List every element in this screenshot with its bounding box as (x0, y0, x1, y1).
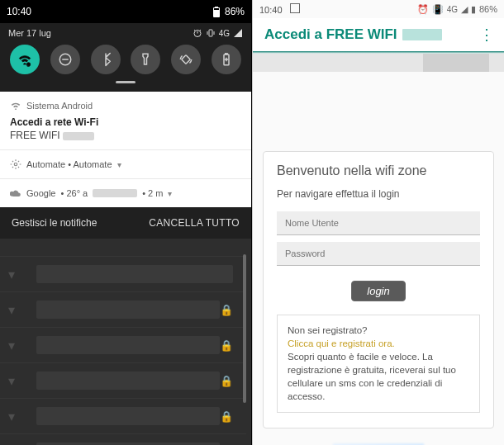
qs-tile-battery-saver[interactable] (212, 45, 241, 74)
username-field[interactable] (277, 211, 480, 235)
qs-tile-autorotate[interactable] (171, 45, 201, 74)
svg-rect-14 (182, 55, 191, 64)
battery-icon: ▮ (471, 4, 476, 15)
qs-expand-handle[interactable] (116, 81, 136, 83)
login-card: Benvenuto nella wifi zone Per navigare e… (263, 151, 494, 428)
appbar-title-text: Accedi a FREE WIFI (264, 26, 397, 43)
qs-tile-wifi[interactable]: x (10, 45, 40, 74)
lock-icon: 🔒 (220, 410, 233, 423)
wifi-icon: ▾ (8, 302, 25, 318)
redacted (93, 189, 137, 197)
card-subtitle: Per navigare effettua il login (277, 188, 480, 200)
clock: 10:40 (259, 5, 283, 15)
login-button[interactable]: login (351, 281, 405, 301)
clear-all-button[interactable]: CANCELLA TUTTO (149, 217, 240, 229)
battery-percent: 86% (479, 4, 497, 14)
svg-text:x: x (27, 64, 29, 67)
status-icons: 86% (213, 6, 245, 17)
svg-point-19 (14, 163, 17, 166)
signal-icon (233, 28, 243, 38)
redacted (402, 29, 442, 40)
wifi-name-placeholder (36, 407, 220, 425)
wifi-icon: ▾ (8, 338, 25, 353)
svg-rect-1 (215, 7, 218, 8)
wifi-icon: ▾ (8, 373, 25, 389)
captive-portal-page: Benvenuto nella wifi zone Per navigare e… (253, 72, 504, 445)
page-banner (253, 54, 504, 72)
svg-rect-16 (225, 54, 227, 55)
battery-percent: 86% (225, 6, 245, 17)
wifi-row[interactable]: ▾ (0, 256, 246, 291)
redacted (423, 54, 489, 72)
signal-icon: ◢ (461, 4, 468, 15)
register-question: Non sei registrato? (288, 324, 469, 337)
qs-tile-row: x (8, 45, 243, 74)
alarm-icon: ⏰ (417, 4, 429, 15)
notification-automate[interactable]: Automate • Automate ▾ (0, 149, 251, 178)
chevron-down-icon[interactable]: ▾ (117, 160, 121, 169)
wifi-name-placeholder (36, 372, 220, 390)
battery-icon (213, 7, 220, 17)
screenshot-icon (290, 3, 300, 13)
vibrate-icon (206, 28, 216, 38)
wifi-row[interactable]: ▾ 🔒 (0, 291, 246, 327)
vibrate-icon: 📳 (432, 4, 444, 15)
register-box: Non sei registrato? Clicca qui e registr… (277, 315, 480, 413)
wifi-icon: ▾ (8, 267, 25, 282)
wifi-row[interactable]: ▾ 🔒 (0, 362, 246, 398)
notification-google-weather[interactable]: Google • 26° a • 2 m ▾ (0, 178, 251, 207)
wifi-row[interactable]: ▾ 🔒 (0, 398, 246, 433)
notif-title: Accedi a rete Wi-Fi (10, 116, 241, 128)
quick-settings-panel: Mer 17 lug 4G x (0, 23, 251, 92)
cloud-icon (10, 187, 21, 199)
status-bar: 10:40 ⏰ 📳 4G ◢ ▮ 86% (253, 0, 504, 18)
app-bar: Accedi a FREE WIFI ⋮ (253, 18, 504, 51)
notif-subtitle-text: FREE WIFI (10, 130, 60, 141)
clock: 10:40 (7, 6, 31, 17)
google-prefix: Google (26, 188, 55, 198)
notif-app-name: Sistema Android (26, 101, 93, 111)
network-label: 4G (219, 29, 230, 38)
dnd-icon (58, 52, 73, 67)
wifi-name-placeholder (36, 301, 220, 319)
lock-icon: 🔒 (220, 375, 233, 387)
wifi-row[interactable]: ▾ 🔒 (0, 327, 246, 362)
wifi-icon: ▾ (8, 409, 25, 424)
register-link[interactable]: Clicca qui e registrati ora. (288, 337, 469, 350)
redacted (63, 132, 94, 140)
phone-left: 10:40 86% Mer 17 lug 4G x (0, 0, 252, 445)
status-bar: 10:40 86% (0, 0, 251, 23)
notification-footer: Gestisci le notifiche CANCELLA TUTTO (0, 207, 251, 239)
status-icons: ⏰ 📳 4G ◢ ▮ 86% (417, 4, 497, 15)
google-dist: • 2 m (142, 188, 163, 198)
google-temp: • 26° a (60, 188, 88, 198)
wifi-name-placeholder (36, 265, 233, 283)
password-field[interactable] (277, 242, 480, 266)
phone-right: 10:40 ⏰ 📳 4G ◢ ▮ 86% Accedi a FREE WIFI … (252, 0, 504, 445)
bluetooth-icon (98, 52, 113, 67)
qs-tile-dnd[interactable] (50, 45, 80, 74)
gear-icon (10, 159, 21, 170)
qs-date: Mer 17 lug (8, 28, 51, 38)
notification-wifi-signin[interactable]: Sistema Android Accedi a rete Wi-Fi FREE… (0, 92, 251, 149)
chevron-down-icon[interactable]: ▾ (168, 189, 172, 198)
overflow-menu-button[interactable]: ⋮ (479, 27, 494, 42)
card-heading: Benvenuto nella wifi zone (277, 163, 480, 178)
wifi-icon: x (17, 52, 32, 67)
lock-icon: 🔒 (220, 339, 233, 352)
notif-subtitle: FREE WIFI (10, 130, 241, 141)
qs-tile-bluetooth[interactable] (91, 45, 121, 74)
register-desc: Scopri quanto è facile e veloce. La regi… (288, 350, 469, 403)
qs-tile-flashlight[interactable] (131, 45, 160, 74)
flashlight-icon (138, 52, 153, 67)
manage-notifications[interactable]: Gestisci le notifiche (12, 217, 97, 229)
qs-header: Mer 17 lug 4G (8, 28, 243, 38)
svg-line-5 (194, 30, 196, 31)
battery-saver-icon (219, 52, 234, 67)
appbar-title: Accedi a FREE WIFI (264, 26, 442, 43)
scrollbar[interactable] (243, 254, 246, 403)
svg-rect-2 (214, 8, 219, 10)
wifi-row[interactable]: ▾ 🔒 (0, 433, 246, 445)
wifi-list-dimmed: ▾ ▾ 🔒 ▾ 🔒 ▾ 🔒 ▾ 🔒 ▾ 🔒 (0, 254, 246, 445)
alarm-icon (193, 28, 202, 38)
